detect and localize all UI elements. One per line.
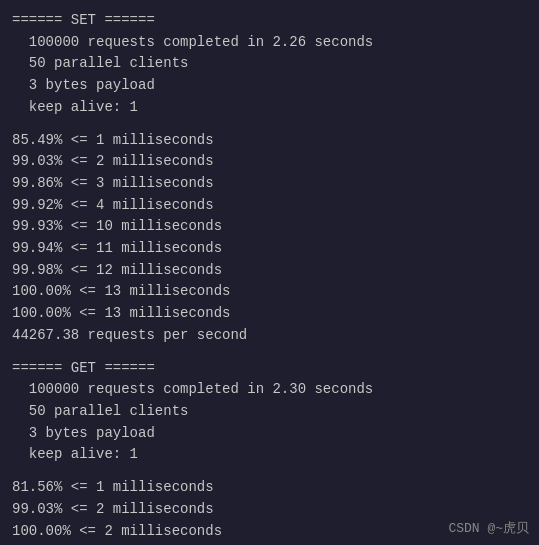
output-line: 100.00% <= 13 milliseconds xyxy=(12,281,527,303)
output-line: 99.94% <= 11 milliseconds xyxy=(12,238,527,260)
output-line: ====== GET ====== xyxy=(12,358,527,380)
output-line: 99.92% <= 4 milliseconds xyxy=(12,195,527,217)
output-container: ====== SET ====== 100000 requests comple… xyxy=(12,10,527,545)
watermark: CSDN @~虎贝 xyxy=(448,519,529,537)
terminal-window: ====== SET ====== 100000 requests comple… xyxy=(0,0,539,545)
spacer-line xyxy=(12,466,527,477)
output-line: 3 bytes payload xyxy=(12,75,527,97)
output-line: 100.00% <= 13 milliseconds xyxy=(12,303,527,325)
spacer-line xyxy=(12,118,527,129)
output-line: 99.98% <= 12 milliseconds xyxy=(12,260,527,282)
spacer-line xyxy=(12,347,527,358)
output-line: keep alive: 1 xyxy=(12,444,527,466)
output-line: ====== SET ====== xyxy=(12,10,527,32)
output-line: 81.56% <= 1 milliseconds xyxy=(12,477,527,499)
output-line: 50 parallel clients xyxy=(12,53,527,75)
output-line: 3 bytes payload xyxy=(12,423,527,445)
output-line: 50 parallel clients xyxy=(12,401,527,423)
output-line: 99.86% <= 3 milliseconds xyxy=(12,173,527,195)
output-line: 100000 requests completed in 2.26 second… xyxy=(12,32,527,54)
output-line: 100000 requests completed in 2.30 second… xyxy=(12,379,527,401)
output-line: 85.49% <= 1 milliseconds xyxy=(12,130,527,152)
output-line: keep alive: 1 xyxy=(12,97,527,119)
output-line: 99.03% <= 2 milliseconds xyxy=(12,151,527,173)
output-line: 99.03% <= 2 milliseconds xyxy=(12,499,527,521)
output-line: 44267.38 requests per second xyxy=(12,325,527,347)
output-line: 99.93% <= 10 milliseconds xyxy=(12,216,527,238)
